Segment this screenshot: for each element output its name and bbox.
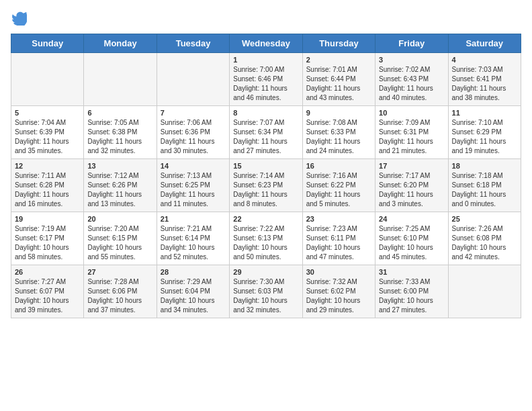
day-number: 8 [233,109,298,117]
day-info: Sunrise: 7:08 AM Sunset: 6:33 PM Dayligh… [306,118,371,156]
calendar-cell: 31Sunrise: 7:33 AM Sunset: 6:00 PM Dayli… [375,265,448,318]
calendar-cell: 13Sunrise: 7:12 AM Sunset: 6:26 PM Dayli… [84,159,157,212]
day-info: Sunrise: 7:17 AM Sunset: 6:20 PM Dayligh… [379,171,444,209]
calendar-cell: 27Sunrise: 7:28 AM Sunset: 6:06 PM Dayli… [84,265,157,318]
day-number: 24 [379,215,444,223]
calendar-cell: 21Sunrise: 7:21 AM Sunset: 6:14 PM Dayli… [157,212,229,265]
day-number: 5 [15,109,80,117]
day-number: 3 [379,56,444,64]
calendar-cell: 7Sunrise: 7:06 AM Sunset: 6:36 PM Daylig… [157,106,229,159]
day-info: Sunrise: 7:07 AM Sunset: 6:34 PM Dayligh… [233,118,298,156]
day-info: Sunrise: 7:02 AM Sunset: 6:43 PM Dayligh… [379,65,444,103]
day-info: Sunrise: 7:22 AM Sunset: 6:13 PM Dayligh… [233,224,298,262]
day-number: 29 [233,268,298,276]
week-row-0: 1Sunrise: 7:00 AM Sunset: 6:46 PM Daylig… [11,53,521,106]
header-monday: Monday [84,34,157,53]
calendar-cell [448,265,521,318]
calendar-cell: 10Sunrise: 7:09 AM Sunset: 6:31 PM Dayli… [375,106,448,159]
calendar-cell: 26Sunrise: 7:27 AM Sunset: 6:07 PM Dayli… [11,265,84,318]
calendar-cell: 28Sunrise: 7:29 AM Sunset: 6:04 PM Dayli… [157,265,229,318]
day-number: 15 [233,162,298,170]
calendar-cell [157,53,229,106]
day-info: Sunrise: 7:03 AM Sunset: 6:41 PM Dayligh… [452,65,517,103]
day-info: Sunrise: 7:28 AM Sunset: 6:06 PM Dayligh… [87,277,152,315]
day-number: 6 [87,109,152,117]
day-info: Sunrise: 7:01 AM Sunset: 6:44 PM Dayligh… [306,65,371,103]
day-info: Sunrise: 7:29 AM Sunset: 6:04 PM Dayligh… [161,277,226,315]
day-info: Sunrise: 7:09 AM Sunset: 6:31 PM Dayligh… [379,118,444,156]
day-number: 30 [306,268,371,276]
calendar-header: SundayMondayTuesdayWednesdayThursdayFrid… [11,34,521,53]
calendar-cell: 14Sunrise: 7:13 AM Sunset: 6:25 PM Dayli… [157,159,229,212]
day-number: 28 [161,268,226,276]
calendar-cell: 17Sunrise: 7:17 AM Sunset: 6:20 PM Dayli… [375,159,448,212]
week-row-4: 26Sunrise: 7:27 AM Sunset: 6:07 PM Dayli… [11,265,521,318]
day-info: Sunrise: 7:06 AM Sunset: 6:36 PM Dayligh… [161,118,226,156]
calendar-cell: 6Sunrise: 7:05 AM Sunset: 6:38 PM Daylig… [84,106,157,159]
header-sunday: Sunday [11,34,84,53]
day-info: Sunrise: 7:26 AM Sunset: 6:08 PM Dayligh… [452,224,517,262]
calendar-cell: 20Sunrise: 7:20 AM Sunset: 6:15 PM Dayli… [84,212,157,265]
calendar-cell: 1Sunrise: 7:00 AM Sunset: 6:46 PM Daylig… [230,53,302,106]
day-info: Sunrise: 7:30 AM Sunset: 6:03 PM Dayligh… [233,277,298,315]
day-info: Sunrise: 7:23 AM Sunset: 6:11 PM Dayligh… [306,224,371,262]
day-number: 19 [15,215,80,223]
day-info: Sunrise: 7:19 AM Sunset: 6:17 PM Dayligh… [15,224,80,262]
day-number: 10 [379,109,444,117]
calendar-cell: 30Sunrise: 7:32 AM Sunset: 6:02 PM Dayli… [302,265,375,318]
day-info: Sunrise: 7:11 AM Sunset: 6:28 PM Dayligh… [15,171,80,209]
day-number: 18 [452,162,517,170]
day-number: 26 [15,268,80,276]
calendar-cell: 18Sunrise: 7:18 AM Sunset: 6:18 PM Dayli… [448,159,521,212]
calendar-cell: 24Sunrise: 7:25 AM Sunset: 6:10 PM Dayli… [375,212,448,265]
day-number: 12 [15,162,80,170]
calendar-cell: 15Sunrise: 7:14 AM Sunset: 6:23 PM Dayli… [230,159,302,212]
calendar-cell: 2Sunrise: 7:01 AM Sunset: 6:44 PM Daylig… [302,53,375,106]
calendar-cell: 4Sunrise: 7:03 AM Sunset: 6:41 PM Daylig… [448,53,521,106]
calendar-cell: 8Sunrise: 7:07 AM Sunset: 6:34 PM Daylig… [230,106,302,159]
week-row-3: 19Sunrise: 7:19 AM Sunset: 6:17 PM Dayli… [11,212,521,265]
day-info: Sunrise: 7:27 AM Sunset: 6:07 PM Dayligh… [15,277,80,315]
day-number: 9 [306,109,371,117]
header-row: SundayMondayTuesdayWednesdayThursdayFrid… [11,34,521,53]
day-info: Sunrise: 7:18 AM Sunset: 6:18 PM Dayligh… [452,171,517,209]
day-info: Sunrise: 7:20 AM Sunset: 6:15 PM Dayligh… [87,224,152,262]
day-number: 13 [87,162,152,170]
header-tuesday: Tuesday [157,34,229,53]
day-info: Sunrise: 7:04 AM Sunset: 6:39 PM Dayligh… [15,118,80,156]
day-info: Sunrise: 7:10 AM Sunset: 6:29 PM Dayligh… [452,118,517,156]
day-number: 27 [87,268,152,276]
day-info: Sunrise: 7:25 AM Sunset: 6:10 PM Dayligh… [379,224,444,262]
day-number: 20 [87,215,152,223]
day-number: 2 [306,56,371,64]
calendar-cell [84,53,157,106]
calendar-cell: 29Sunrise: 7:30 AM Sunset: 6:03 PM Dayli… [230,265,302,318]
day-info: Sunrise: 7:00 AM Sunset: 6:46 PM Dayligh… [233,65,298,103]
day-number: 14 [161,162,226,170]
week-row-2: 12Sunrise: 7:11 AM Sunset: 6:28 PM Dayli… [11,159,521,212]
calendar-cell: 5Sunrise: 7:04 AM Sunset: 6:39 PM Daylig… [11,106,84,159]
day-number: 23 [306,215,371,223]
calendar-cell: 11Sunrise: 7:10 AM Sunset: 6:29 PM Dayli… [448,106,521,159]
day-number: 17 [379,162,444,170]
calendar-table: SundayMondayTuesdayWednesdayThursdayFrid… [11,34,521,318]
calendar-cell [11,53,84,106]
day-info: Sunrise: 7:16 AM Sunset: 6:22 PM Dayligh… [306,171,371,209]
header-saturday: Saturday [448,34,521,53]
calendar-cell: 23Sunrise: 7:23 AM Sunset: 6:11 PM Dayli… [302,212,375,265]
day-number: 31 [379,268,444,276]
day-info: Sunrise: 7:33 AM Sunset: 6:00 PM Dayligh… [379,277,444,315]
calendar-body: 1Sunrise: 7:00 AM Sunset: 6:46 PM Daylig… [11,53,521,318]
calendar-cell: 16Sunrise: 7:16 AM Sunset: 6:22 PM Dayli… [302,159,375,212]
day-number: 11 [452,109,517,117]
calendar-cell: 9Sunrise: 7:08 AM Sunset: 6:33 PM Daylig… [302,106,375,159]
week-row-1: 5Sunrise: 7:04 AM Sunset: 6:39 PM Daylig… [11,106,521,159]
day-number: 16 [306,162,371,170]
calendar-cell: 22Sunrise: 7:22 AM Sunset: 6:13 PM Dayli… [230,212,302,265]
page-header [11,11,521,26]
day-number: 1 [233,56,298,64]
calendar-cell: 19Sunrise: 7:19 AM Sunset: 6:17 PM Dayli… [11,212,84,265]
day-info: Sunrise: 7:05 AM Sunset: 6:38 PM Dayligh… [87,118,152,156]
day-info: Sunrise: 7:12 AM Sunset: 6:26 PM Dayligh… [87,171,152,209]
day-number: 25 [452,215,517,223]
